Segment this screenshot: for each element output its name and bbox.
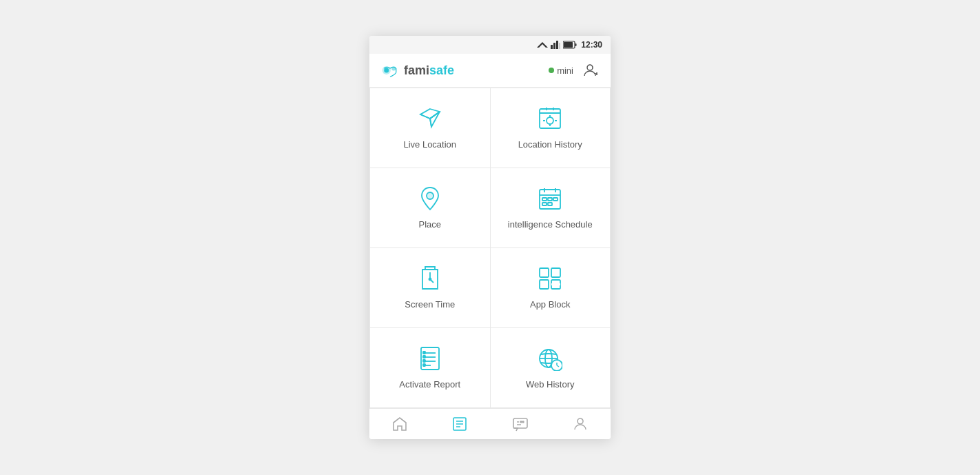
app-block-label: App Block: [530, 299, 571, 311]
home-icon: [391, 416, 408, 432]
logo-text: famisafe: [404, 63, 454, 78]
svg-point-20: [547, 117, 553, 124]
svg-rect-32: [548, 203, 552, 205]
svg-rect-29: [548, 198, 552, 201]
svg-point-23: [427, 192, 433, 199]
svg-rect-1: [551, 45, 553, 49]
status-icons: [537, 41, 577, 49]
status-time: 12:30: [581, 40, 602, 50]
profile-icon: [572, 416, 589, 432]
svg-rect-37: [551, 268, 560, 277]
bars-icon: [551, 41, 560, 49]
svg-rect-46: [423, 352, 425, 354]
battery-icon: [563, 41, 577, 49]
feature-live-location[interactable]: Live Location: [370, 88, 491, 168]
svg-marker-17: [430, 112, 440, 127]
logo-icon: [380, 63, 400, 77]
svg-rect-36: [540, 268, 549, 277]
user-label: mini: [549, 65, 573, 76]
activate-report-icon: [416, 345, 444, 372]
phone-wrapper: 12:30 famisafe mini: [369, 36, 611, 439]
app-block-icon: [536, 265, 564, 292]
feature-place[interactable]: Place: [370, 168, 491, 248]
intelligence-schedule-icon: [536, 185, 564, 212]
feature-activate-report[interactable]: Activate Report: [370, 328, 491, 408]
activate-report-label: Activate Report: [399, 379, 460, 391]
svg-point-64: [522, 421, 524, 423]
user-online-dot: [549, 68, 554, 73]
location-history-icon: [536, 105, 564, 132]
live-location-label: Live Location: [403, 139, 456, 151]
logo-safe: safe: [429, 63, 454, 77]
nav-messages[interactable]: [490, 409, 551, 439]
feature-app-block[interactable]: App Block: [491, 248, 611, 328]
feature-location-history[interactable]: Location History: [491, 88, 611, 168]
user-icon: [582, 62, 598, 79]
svg-point-9: [384, 68, 389, 73]
signal-icon: [537, 41, 548, 49]
svg-point-65: [578, 418, 583, 424]
svg-rect-3: [556, 41, 558, 49]
chat-icon: [512, 416, 529, 432]
place-label: Place: [418, 219, 441, 231]
screen-time-icon: [416, 265, 444, 292]
svg-point-63: [520, 421, 522, 423]
svg-point-11: [587, 65, 593, 70]
svg-rect-47: [423, 356, 425, 358]
header-right: mini: [549, 61, 600, 80]
intelligence-schedule-label: intelligence Schedule: [508, 219, 593, 231]
svg-rect-6: [564, 42, 573, 48]
features-grid: Live Location Location History: [369, 88, 611, 408]
logo-area: famisafe: [380, 63, 454, 78]
web-history-icon: [536, 345, 564, 372]
svg-rect-7: [575, 43, 577, 46]
svg-rect-48: [423, 360, 425, 362]
feature-web-history[interactable]: Web History: [491, 328, 611, 408]
nav-profile[interactable]: [551, 409, 611, 439]
svg-rect-2: [553, 43, 555, 49]
user-avatar-button[interactable]: [580, 61, 600, 80]
svg-rect-4: [559, 43, 560, 49]
screen-time-label: Screen Time: [405, 299, 455, 311]
svg-rect-30: [553, 198, 558, 201]
feature-intelligence-schedule[interactable]: intelligence Schedule: [491, 168, 611, 248]
live-location-icon: [416, 105, 444, 132]
svg-rect-31: [542, 203, 547, 205]
app-header: famisafe mini: [369, 54, 611, 88]
status-bar: 12:30: [369, 36, 611, 54]
svg-point-35: [429, 279, 431, 281]
feature-screen-time[interactable]: Screen Time: [370, 248, 491, 328]
svg-rect-28: [542, 198, 547, 201]
bottom-nav: [369, 408, 611, 439]
place-icon: [416, 185, 444, 212]
logo-fami: fami: [404, 63, 429, 77]
svg-marker-0: [537, 42, 548, 48]
nav-features[interactable]: [430, 409, 491, 439]
web-history-label: Web History: [526, 379, 575, 391]
svg-rect-60: [513, 418, 527, 428]
nav-home[interactable]: [369, 409, 430, 439]
svg-point-10: [391, 67, 396, 71]
svg-rect-38: [540, 280, 549, 289]
list-icon: [451, 416, 468, 432]
location-history-label: Location History: [518, 139, 582, 151]
svg-rect-49: [423, 364, 425, 366]
